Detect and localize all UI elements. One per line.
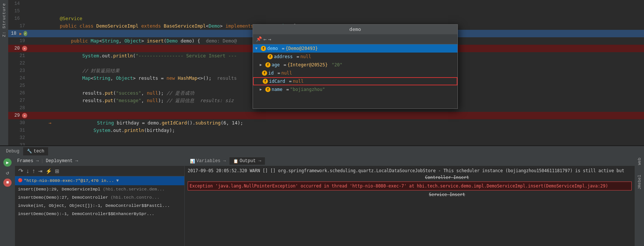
frame-icon-active: 🔴 — [18, 177, 22, 184]
field-name-age: age — [272, 61, 280, 69]
debug-tooltip: demo 📌 ← → ▼ f demo = {Demo@20493} — [253, 24, 458, 109]
field-val-idcard: null — [293, 78, 304, 85]
breakpoint-icon-18: ✓ — [24, 31, 28, 36]
line-24: 24 — [8, 75, 29, 82]
line-21: 21 — [8, 52, 29, 60]
field-icon-age: f — [265, 62, 271, 67]
expand-arrow-age[interactable]: ▶ — [260, 61, 264, 69]
variables-tab[interactable]: 📊 Variables → — [186, 157, 229, 165]
tooltip-forward-icon[interactable]: → — [268, 35, 271, 43]
expand-arrow-demo[interactable]: ▼ — [255, 45, 260, 52]
field-name-demo: demo — [267, 45, 278, 52]
frame-dropdown-arrow[interactable]: ▼ — [116, 177, 119, 184]
field-val-name: "bojiangzhou" — [290, 86, 325, 93]
error-icon-29: ✕ — [22, 113, 27, 118]
line-23: 23 — [8, 67, 29, 75]
field-eq-age: = — [281, 61, 286, 69]
line-27: 27 — [8, 97, 29, 104]
line-31: 31 — [8, 127, 29, 134]
separator: | — [41, 158, 44, 164]
tooltip-row-demo[interactable]: ▼ f demo = {Demo@20493} — [253, 44, 457, 53]
stop-btn[interactable]: ■ — [3, 179, 12, 187]
frame-item-4[interactable]: invoke(int, Object, Object[]):-1, DemoCo… — [15, 202, 184, 210]
step-out-btn[interactable]: ↑ — [31, 167, 36, 175]
frames-list: 🔴 "http-nio-8080-exec-7"@17,470 in... ▼ … — [15, 176, 184, 246]
output-icon: 📋 — [233, 159, 238, 164]
line-29: 29 ✕ — [8, 112, 29, 119]
right-panel: 📊 Variables → 📋 Output → 2017-09-05 20:0… — [185, 156, 635, 246]
line-30: 30 — [8, 119, 29, 127]
frames-label[interactable]: Frames → — [17, 158, 39, 164]
field-name-idcard: idCard — [269, 78, 285, 85]
field-val-address: null — [300, 53, 311, 60]
rebel-label[interactable]: JRebel — [637, 175, 642, 190]
tooltip-spacer — [253, 94, 457, 108]
frame-item-2[interactable]: insert(Demo):29, DemoServiceImpl (hbi.te… — [15, 185, 184, 193]
field-eq-id: = — [275, 69, 280, 77]
resume-btn[interactable]: ▶ — [3, 158, 12, 167]
line-15: 15 — [8, 7, 29, 15]
code-line-29: → String birthday = demo.getIdCard().sub… — [29, 112, 644, 119]
tooltip-header: demo — [253, 25, 457, 34]
expand-arrow-name[interactable]: ▶ — [260, 86, 264, 93]
code-line-15: @Service — [29, 7, 644, 15]
evaluate-btn[interactable]: ⚡ — [44, 168, 53, 174]
structure-panel: Z: Structure — [0, 0, 8, 145]
output-warn: 2017-09-05 20:05:52.320 WARN [] [] org.s… — [188, 167, 632, 174]
line-20: 20 ✕ — [8, 45, 29, 52]
line-19: 19 — [8, 37, 29, 45]
exec-arrow-line18: ▶ — [19, 31, 23, 36]
field-eq-address: = — [294, 53, 299, 60]
tech-tab-icon: 🔧 — [27, 149, 32, 154]
tooltip-row-age[interactable]: ▶ f age = {Integer@20525} "20" — [253, 61, 457, 69]
bottom-tab-bar: Debug 🔧 tech — [0, 146, 644, 156]
right-tabs: 📊 Variables → 📋 Output → — [185, 156, 635, 166]
refresh-btn[interactable]: ↺ — [3, 168, 12, 177]
line-17: 17 — [8, 22, 29, 30]
frame-item-active[interactable]: 🔴 "http-nio-8080-exec-7"@17,470 in... ▼ — [15, 176, 184, 185]
field-val-age: {Integer@20525} — [287, 61, 328, 69]
output-error: Exception 'java.lang.NullPointerExceptio… — [188, 182, 632, 190]
line-16: 16 — [8, 15, 29, 22]
code-line-33 — [29, 142, 644, 145]
exec-arrow-29: → — [49, 120, 51, 126]
tooltip-toolbar: 📌 ← → — [253, 34, 457, 44]
output-content: 2017-09-05 20:05:52.320 WARN [] [] org.s… — [185, 166, 635, 246]
step-into-btn[interactable]: ↓ — [25, 167, 30, 175]
restore-layout-btn[interactable]: ⊞ — [54, 168, 60, 174]
code-editor: @Service public class DemoServiceImpl ex… — [29, 0, 644, 145]
step-over-btn[interactable]: ↷ — [17, 167, 24, 175]
deployment-label[interactable]: Deployment → — [46, 158, 78, 164]
tooltip-back-icon[interactable]: ← — [263, 35, 266, 43]
line-25: 25 — [8, 82, 29, 89]
tooltip-row-name[interactable]: ▶ f name = "bojiangzhou" — [253, 85, 457, 94]
gutter: 14 15 16 17 18 ▶ ✓ 19 20 ✕ — [8, 0, 29, 145]
bottom-content: ▶ ↺ ■ Frames → | Deployment → ↷ ↓ ↑ ⇥ ⚡ … — [0, 156, 644, 246]
line-32: 32 — [8, 134, 29, 142]
run-cursor-btn[interactable]: ⇥ — [37, 168, 44, 174]
tooltip-row-address[interactable]: f address = null — [253, 53, 457, 61]
frames-toolbar: ↷ ↓ ↑ ⇥ ⚡ ⊞ — [15, 166, 184, 176]
line-26: 26 — [8, 89, 29, 97]
field-name-address: address — [274, 53, 293, 60]
tooltip-row-id[interactable]: f id = null — [253, 69, 457, 77]
output-controller-insert: Controller Insert — [262, 174, 632, 181]
frame-item-5[interactable]: insertDemo(Demo):-1, DemoController$$Enh… — [15, 210, 184, 218]
field-str-age: "20" — [329, 61, 343, 69]
frame-item-3[interactable]: insertDemo(Demo):27, DemoController (hbi… — [15, 193, 184, 202]
field-icon-id: f — [262, 70, 267, 76]
field-eq-name: = — [284, 86, 289, 93]
output-tab[interactable]: 📋 Output → — [229, 157, 265, 165]
tooltip-pin-icon[interactable]: 📌 — [256, 35, 262, 43]
variables-icon: 📊 — [190, 159, 195, 164]
error-icon-20: ✕ — [22, 46, 27, 51]
tooltip-row-idcard[interactable]: f idCard = null — [253, 77, 457, 85]
line-22: 22 — [8, 60, 29, 67]
tab-tech[interactable]: 🔧 tech — [23, 147, 48, 155]
structure-label[interactable]: Z: Structure — [2, 3, 6, 37]
tooltip-title: demo — [349, 26, 361, 33]
web-label[interactable]: Web — [637, 158, 642, 165]
field-icon-address: f — [268, 54, 273, 59]
line-18: 18 ▶ ✓ — [8, 30, 29, 37]
tab-debug[interactable]: Debug — [2, 147, 23, 155]
